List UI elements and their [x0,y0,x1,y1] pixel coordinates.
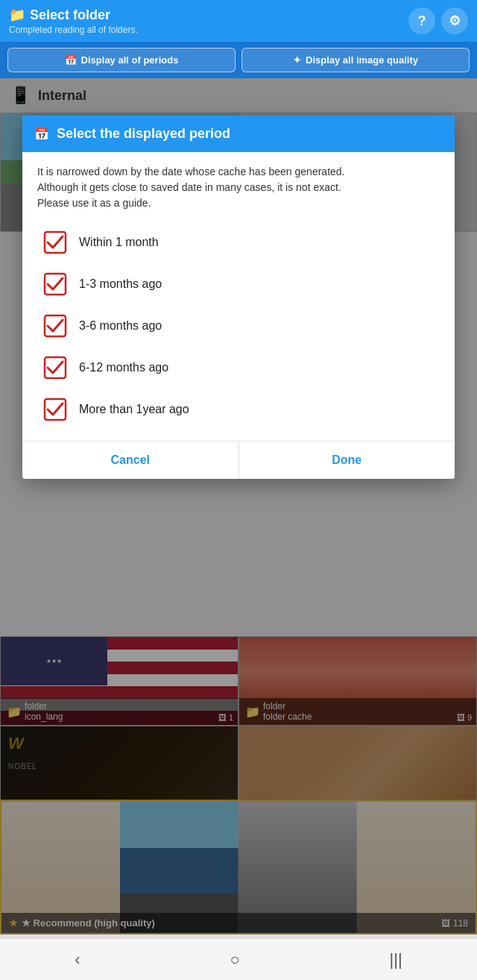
settings-button[interactable]: ⚙ [441,7,468,34]
checkbox-item-5[interactable]: More than 1year ago [37,390,440,429]
header-title: 📁 Select folder [9,7,138,23]
checkbox-label-4: 6-12 months ago [79,361,168,374]
calendar-icon: 📅 [65,54,77,66]
menu-button[interactable]: ||| [374,944,417,976]
dialog-body: It is narrowed down by the date whose ca… [22,152,455,441]
toolbar: 📅 Display all of periods ✦ Display all i… [0,42,477,78]
display-quality-button[interactable]: ✦ Display all image quality [241,48,470,72]
header-icons: ? ⚙ [408,7,468,34]
checkbox-icon-1 [43,230,67,254]
main-content: 📱 Internal 📅 Select the displayed period… [0,78,477,935]
checkbox-item-3[interactable]: 3-6 months ago [37,307,440,345]
checkbox-item-2[interactable]: 1-3 months ago [37,265,440,304]
checkbox-label-1: Within 1 month [79,236,159,249]
header-left: 📁 Select folder Completed reading all of… [9,7,138,35]
app-header: 📁 Select folder Completed reading all of… [0,0,477,42]
checkbox-icon-2 [43,272,67,296]
dialog-footer: Cancel Done [22,441,455,479]
navigation-bar: ‹ ○ ||| [0,938,477,980]
checkbox-icon-3 [43,314,67,338]
sparkle-icon: ✦ [293,54,301,66]
checkbox-icon-5 [43,398,67,421]
periods-btn-label: Display all of periods [81,54,179,66]
checkbox-list: Within 1 month 1-3 months ago [37,223,440,429]
display-periods-button[interactable]: 📅 Display all of periods [7,48,236,72]
checkbox-label-2: 1-3 months ago [79,277,162,291]
dialog-title: Select the displayed period [57,126,230,142]
dialog-description: It is narrowed down by the date whose ca… [37,164,440,211]
cancel-button[interactable]: Cancel [22,442,238,479]
done-button[interactable]: Done [238,442,455,479]
period-select-dialog: 📅 Select the displayed period It is narr… [22,116,455,479]
checkbox-label-3: 3-6 months ago [79,319,162,333]
quality-btn-label: Display all image quality [306,54,418,66]
checkbox-icon-4 [43,356,67,380]
back-button[interactable]: ‹ [60,944,95,976]
header-subtitle: Completed reading all of folders. [9,25,138,35]
checkbox-item-4[interactable]: 6-12 months ago [37,348,440,387]
dialog-header: 📅 Select the displayed period [22,116,455,152]
checkbox-label-5: More than 1year ago [79,403,189,416]
home-button[interactable]: ○ [215,944,254,976]
checkbox-item-1[interactable]: Within 1 month [37,223,440,262]
dialog-calendar-icon: 📅 [34,127,49,141]
help-button[interactable]: ? [408,7,435,34]
header-title-text: Select folder [30,7,110,23]
folder-icon: 📁 [9,7,25,23]
